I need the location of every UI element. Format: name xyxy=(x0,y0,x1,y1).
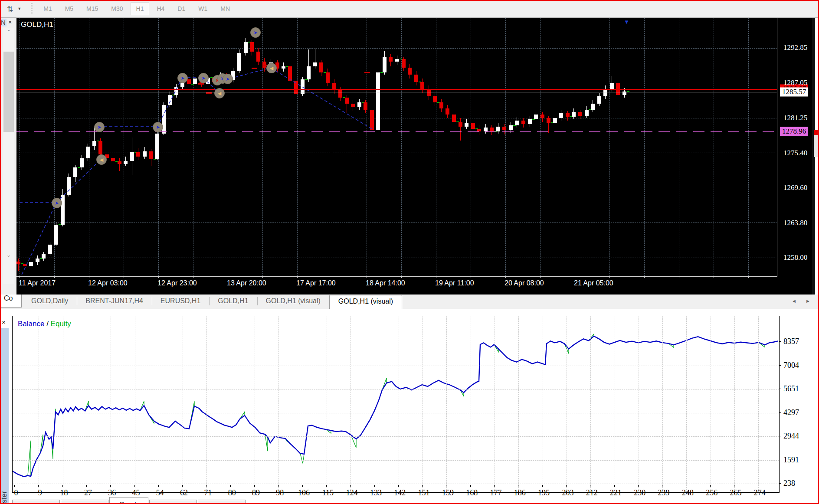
tester-grid-hline xyxy=(13,484,779,484)
tester-grid-vline xyxy=(15,316,15,492)
scrollbar-thumb[interactable] xyxy=(3,52,14,132)
chart-tab-gold-daily[interactable]: GOLD,Daily xyxy=(23,295,77,309)
chart-shift-icon: ⇄ xyxy=(6,6,15,12)
tester-grid-vline xyxy=(686,316,687,492)
tester-x-tick xyxy=(134,485,135,487)
tester-grid-vline xyxy=(662,316,663,492)
timeframe-buttons: M1M5M15M30H1H4D1W1MN xyxy=(37,2,236,15)
tester-tab-graph[interactable]: Graph xyxy=(109,497,148,504)
price-axis[interactable]: 1286.07 1285.57 1278.96 1292.851287.0512… xyxy=(778,18,815,295)
exit-arrow-icon: ◀ xyxy=(218,91,221,96)
tester-x-tick xyxy=(38,485,39,487)
timeframe-button-M15[interactable]: M15 xyxy=(81,2,104,15)
close-icon[interactable]: × xyxy=(8,19,12,26)
strategy-tester-panel: × ster Balance / Equity SettingsResultsG… xyxy=(0,309,819,504)
time-tick xyxy=(644,276,645,278)
timeframe-button-M5[interactable]: M5 xyxy=(59,2,79,15)
trade-marker-buy: ➤ xyxy=(94,122,105,132)
tester-grid-vline xyxy=(327,316,327,492)
chart-tab-gold-h1[interactable]: GOLD,H1 xyxy=(209,295,257,309)
tester-y-label: 1591 xyxy=(783,455,799,464)
scroll-down-icon[interactable]: ⌄ xyxy=(3,252,14,258)
chart-mode-button[interactable]: ⇄ ▼ xyxy=(7,4,21,13)
navigator-scrollbar[interactable]: ⌃ ⌄ xyxy=(3,28,14,284)
tester-grid-hline xyxy=(13,389,779,389)
timeframe-button-MN[interactable]: MN xyxy=(215,2,236,15)
tester-grid-vline xyxy=(495,316,495,492)
tester-grid-vline xyxy=(111,316,111,492)
tester-grid-vline xyxy=(590,316,591,492)
tester-x-label: 168 xyxy=(466,488,478,497)
tester-tab-journal[interactable]: Journal xyxy=(198,500,246,504)
time-tick xyxy=(436,276,436,278)
timeframe-button-M1[interactable]: M1 xyxy=(38,2,57,15)
timeframe-button-H1[interactable]: H1 xyxy=(131,2,150,15)
tester-y-tick xyxy=(779,389,781,389)
close-icon[interactable]: × xyxy=(2,318,6,326)
tester-tab-report[interactable]: Report xyxy=(149,500,197,504)
tester-x-tick xyxy=(542,485,543,487)
tester-x-tick xyxy=(686,485,686,487)
trade-marker-exit: ◀ xyxy=(96,154,107,165)
timeframe-button-H4[interactable]: H4 xyxy=(151,2,170,15)
tester-x-label: 106 xyxy=(298,488,310,497)
tester-grid-vline xyxy=(63,316,63,492)
tester-x-label: 9 xyxy=(38,488,42,497)
tester-x-label: 45 xyxy=(132,488,140,497)
legend-separator: / xyxy=(44,320,50,328)
time-tick xyxy=(471,276,471,278)
arrow-down-object-icon[interactable]: ▼ xyxy=(624,19,629,25)
tester-y-label: 8357 xyxy=(783,337,799,346)
time-tick xyxy=(54,276,55,278)
price-tick-label: 1269.60 xyxy=(783,183,807,192)
scroll-up-icon[interactable]: ⌃ xyxy=(3,29,14,35)
right-mini-scrollbar[interactable] xyxy=(814,130,818,157)
tester-x-tick xyxy=(614,485,615,487)
chevron-down-icon[interactable]: ▼ xyxy=(17,7,21,11)
tester-y-tick xyxy=(779,436,781,436)
tester-x-tick xyxy=(758,485,758,487)
tester-x-tick xyxy=(230,485,231,487)
timeframe-button-W1[interactable]: W1 xyxy=(193,2,213,15)
tester-grid-vline xyxy=(375,316,375,492)
time-tick xyxy=(679,276,679,278)
price-tick-label: 1287.05 xyxy=(783,79,807,87)
toolbar-drag-handle[interactable] xyxy=(31,3,33,14)
chart-tab-gold-h1-visual-[interactable]: GOLD,H1 (visual) xyxy=(257,295,329,309)
tester-tab-settings[interactable]: Settings xyxy=(12,500,60,504)
time-tick xyxy=(401,276,402,278)
time-axis[interactable]: 11 Apr 201712 Apr 03:0012 Apr 23:0013 Ap… xyxy=(16,276,777,295)
tester-grid-vline xyxy=(639,316,639,492)
tester-x-label: 221 xyxy=(610,488,622,497)
tester-x-label: 256 xyxy=(706,488,717,497)
legend-equity-label: Equity xyxy=(51,320,71,328)
chart-tab-brent-jun17-h4[interactable]: BRENT-JUN17,H4 xyxy=(77,295,151,309)
timeframe-button-M30[interactable]: M30 xyxy=(105,2,128,15)
tester-grid-hline xyxy=(13,366,779,366)
buy-arrow-icon: ➤ xyxy=(97,125,101,130)
tab-scroll-right-icon[interactable]: ► xyxy=(806,298,810,304)
tester-x-tick xyxy=(62,485,63,487)
candlestick-chart-surface[interactable]: GOLD,H1 ▼ ➤➤◀➤➤➤➤➤➤➤◀◀ xyxy=(16,18,777,277)
time-tick xyxy=(124,276,124,278)
price-tick-label: 1292.85 xyxy=(783,43,807,52)
tester-tab-results[interactable]: Results xyxy=(61,500,108,504)
tester-x-tick xyxy=(326,485,327,487)
tab-scroll-left-icon[interactable]: ◄ xyxy=(792,298,796,304)
tester-x-tick xyxy=(638,485,639,487)
time-tick xyxy=(20,276,20,278)
timeframe-button-D1[interactable]: D1 xyxy=(172,2,191,15)
tester-y-tick xyxy=(779,341,781,342)
time-tick xyxy=(193,276,193,278)
tester-x-label: 36 xyxy=(108,488,116,497)
tester-graph-surface[interactable]: Balance / Equity xyxy=(12,316,780,493)
tester-x-label: 203 xyxy=(562,488,573,497)
tester-x-tick xyxy=(590,485,590,487)
chart-tab-eurusd-h1[interactable]: EURUSD,H1 xyxy=(152,295,209,309)
time-label: 17 Apr 17:00 xyxy=(296,279,336,287)
price-tick-label: 1275.40 xyxy=(783,149,807,157)
time-tick xyxy=(297,276,298,278)
chart-tab-gold-h1-visual-[interactable]: GOLD,H1 (visual) xyxy=(329,295,402,309)
trade-marker-buy: ➤ xyxy=(250,27,261,38)
exit-arrow-icon: ◀ xyxy=(100,157,103,162)
